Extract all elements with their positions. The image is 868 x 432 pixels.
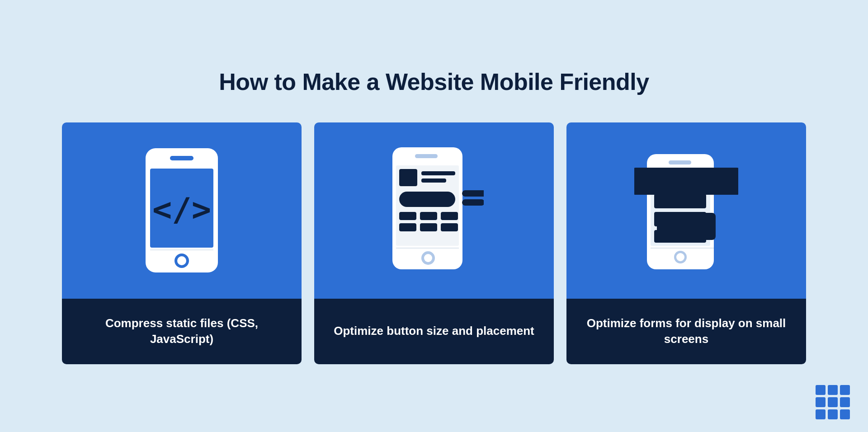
svg-rect-14 bbox=[399, 212, 416, 220]
card-1-illustration: </> bbox=[62, 122, 302, 299]
grid-cell-6 bbox=[840, 397, 850, 407]
grid-cell-9 bbox=[840, 409, 850, 419]
grid-cell-5 bbox=[828, 397, 838, 407]
cards-container: </> Compress static files (CSS, JavaScri… bbox=[62, 122, 806, 364]
svg-rect-16 bbox=[441, 212, 458, 220]
card-1-label: Compress static files (CSS, JavaScript) bbox=[80, 315, 283, 347]
svg-rect-13 bbox=[399, 192, 455, 207]
svg-rect-10 bbox=[399, 169, 417, 186]
card-2-text-area: Optimize button size and placement bbox=[314, 299, 554, 364]
card-compress-static: </> Compress static files (CSS, JavaScri… bbox=[62, 122, 302, 364]
card-1-text-area: Compress static files (CSS, JavaScript) bbox=[62, 299, 302, 364]
svg-rect-12 bbox=[421, 178, 446, 183]
card-2-illustration bbox=[314, 122, 554, 299]
grid-cell-1 bbox=[816, 385, 826, 395]
card-3-illustration bbox=[566, 122, 806, 299]
grid-cell-2 bbox=[828, 385, 838, 395]
svg-point-5 bbox=[177, 256, 186, 265]
svg-rect-37 bbox=[657, 213, 716, 240]
svg-rect-11 bbox=[421, 171, 455, 175]
card-3-text-area: Optimize forms for display on small scre… bbox=[566, 299, 806, 364]
svg-rect-19 bbox=[441, 223, 458, 231]
code-phone-icon: </> bbox=[137, 146, 227, 275]
grid-cell-3 bbox=[840, 385, 850, 395]
page-title: How to Make a Website Mobile Friendly bbox=[219, 68, 649, 95]
svg-rect-18 bbox=[420, 223, 437, 231]
svg-rect-17 bbox=[399, 223, 416, 231]
card-optimize-forms: Optimize forms for display on small scre… bbox=[566, 122, 806, 364]
svg-rect-21 bbox=[462, 199, 484, 206]
card-2-label: Optimize button size and placement bbox=[334, 323, 534, 339]
grid-cell-7 bbox=[816, 409, 826, 419]
form-phone-icon bbox=[634, 145, 738, 276]
svg-rect-29 bbox=[654, 194, 706, 208]
svg-rect-15 bbox=[420, 212, 437, 220]
svg-text:</>: </> bbox=[152, 190, 211, 228]
svg-point-34 bbox=[676, 253, 684, 261]
svg-rect-36 bbox=[677, 168, 738, 195]
svg-rect-20 bbox=[462, 190, 484, 197]
grid-cell-8 bbox=[828, 409, 838, 419]
card-optimize-button: Optimize button size and placement bbox=[314, 122, 554, 364]
grid-icon bbox=[816, 385, 850, 419]
card-3-label: Optimize forms for display on small scre… bbox=[585, 315, 788, 347]
grid-cell-4 bbox=[816, 397, 826, 407]
button-phone-icon bbox=[384, 145, 484, 276]
svg-rect-26 bbox=[669, 160, 691, 164]
svg-point-24 bbox=[424, 254, 432, 262]
svg-rect-1 bbox=[170, 156, 193, 160]
svg-rect-8 bbox=[415, 154, 438, 158]
